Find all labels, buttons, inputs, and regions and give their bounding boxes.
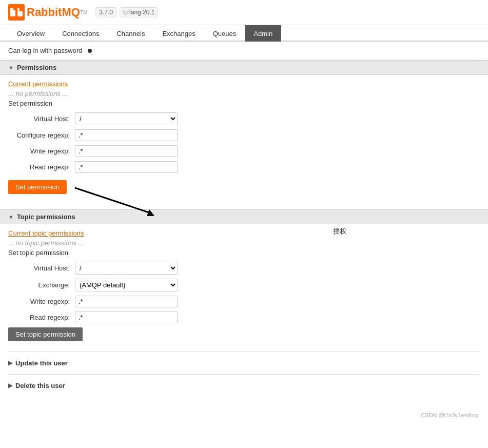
virtual-host-label: Virtual Host: (8, 115, 75, 123)
set-permission-button[interactable]: Set permission (8, 180, 67, 194)
delete-user-section: ▶ Delete this user (8, 374, 480, 393)
nav-admin[interactable]: Admin (245, 25, 281, 42)
nav: Overview Connections Channels Exchanges … (0, 25, 488, 42)
configure-regexp-row: Configure regexp: (8, 129, 480, 141)
content: Can log in with password ▼ Permissions C… (0, 42, 488, 407)
version-badge: 3.7.0 (95, 7, 116, 17)
topic-permissions-collapse-arrow: ▼ (8, 214, 14, 220)
write-regexp-label: Write regexp: (8, 147, 75, 155)
svg-rect-3 (17, 8, 19, 11)
set-topic-permission-btn-container: Set topic permission (8, 327, 480, 341)
configure-regexp-label: Configure regexp: (8, 131, 75, 139)
logo-tm: TM (80, 10, 87, 15)
exchange-row: Exchange: (AMQP default) (8, 279, 480, 291)
login-row: Can log in with password (8, 42, 480, 60)
topic-read-regexp-label: Read regexp: (8, 314, 75, 321)
write-regexp-row: Write regexp: (8, 145, 480, 157)
nav-overview[interactable]: Overview (8, 25, 53, 42)
footer-text: CSDN @l1o3v1e4ding (421, 412, 478, 418)
write-regexp-input[interactable] (75, 145, 178, 157)
no-topic-permissions-text: ... no topic permissions ... (8, 239, 480, 247)
update-user-title: Update this user (15, 359, 68, 367)
virtual-host-row: Virtual Host: / (8, 112, 480, 125)
login-dot (88, 49, 92, 53)
no-permissions-text: ... no permissions ... (8, 90, 480, 98)
topic-write-regexp-row: Write regexp: (8, 296, 480, 307)
read-regexp-row: Read regexp: (8, 161, 480, 173)
topic-virtual-host-label: Virtual Host: (8, 264, 75, 272)
header: RabbitMQTM 3.7.0 Erlang 20.1 (0, 0, 488, 25)
topic-read-regexp-input[interactable] (75, 311, 178, 323)
permissions-section-title: Permissions (17, 64, 56, 71)
topic-write-regexp-label: Write regexp: (8, 298, 75, 305)
svg-rect-4 (13, 8, 15, 10)
configure-regexp-input[interactable] (75, 129, 178, 141)
set-topic-permission-button[interactable]: Set topic permission (8, 327, 83, 341)
delete-user-arrow: ▶ (8, 382, 12, 389)
nav-queues[interactable]: Queues (204, 25, 245, 42)
topic-read-regexp-row: Read regexp: (8, 311, 480, 323)
topic-write-regexp-input[interactable] (75, 296, 178, 307)
set-topic-permission-label: Set topic permission (8, 249, 480, 257)
logo-text: RabbitMQ (27, 6, 80, 19)
footer: CSDN @l1o3v1e4ding (0, 407, 488, 423)
read-regexp-input[interactable] (75, 161, 178, 173)
permissions-section-header[interactable]: ▼ Permissions (0, 60, 488, 75)
topic-permissions-section-header[interactable]: ▼ Topic permissions (0, 209, 488, 224)
topic-virtual-host-select[interactable]: / (75, 262, 178, 275)
delete-user-title: Delete this user (15, 382, 65, 389)
update-user-section: ▶ Update this user (8, 352, 480, 370)
permissions-collapse-arrow: ▼ (8, 65, 14, 71)
delete-user-header[interactable]: ▶ Delete this user (8, 379, 480, 393)
set-permission-btn-container: Set permission (8, 180, 67, 194)
rabbitmq-logo-icon (8, 4, 25, 21)
erlang-badge: Erlang 20.1 (120, 7, 158, 17)
update-user-arrow: ▶ (8, 360, 12, 366)
exchange-select[interactable]: (AMQP default) (75, 279, 178, 291)
nav-channels[interactable]: Channels (108, 25, 153, 42)
topic-virtual-host-row: Virtual Host: / (8, 262, 480, 275)
nav-exchanges[interactable]: Exchanges (153, 25, 204, 42)
topic-permissions-section-title: Topic permissions (17, 213, 75, 221)
read-regexp-label: Read regexp: (8, 163, 75, 171)
current-topic-permissions-link[interactable]: Current topic permissions (8, 229, 480, 237)
logo: RabbitMQTM (8, 4, 87, 21)
virtual-host-select[interactable]: / (75, 112, 178, 125)
exchange-label: Exchange: (8, 281, 75, 289)
set-permission-label: Set permission (8, 100, 480, 107)
permissions-section-body: Current permissions ... no permissions .… (8, 75, 480, 199)
current-permissions-link[interactable]: Current permissions (8, 80, 480, 88)
login-label: Can log in with password (8, 47, 83, 54)
topic-permissions-section-body: Current topic permissions ... no topic p… (8, 224, 480, 346)
update-user-header[interactable]: ▶ Update this user (8, 356, 480, 370)
svg-rect-2 (17, 11, 23, 16)
nav-connections[interactable]: Connections (53, 25, 108, 42)
cn-annotation: 授权 (333, 227, 346, 236)
